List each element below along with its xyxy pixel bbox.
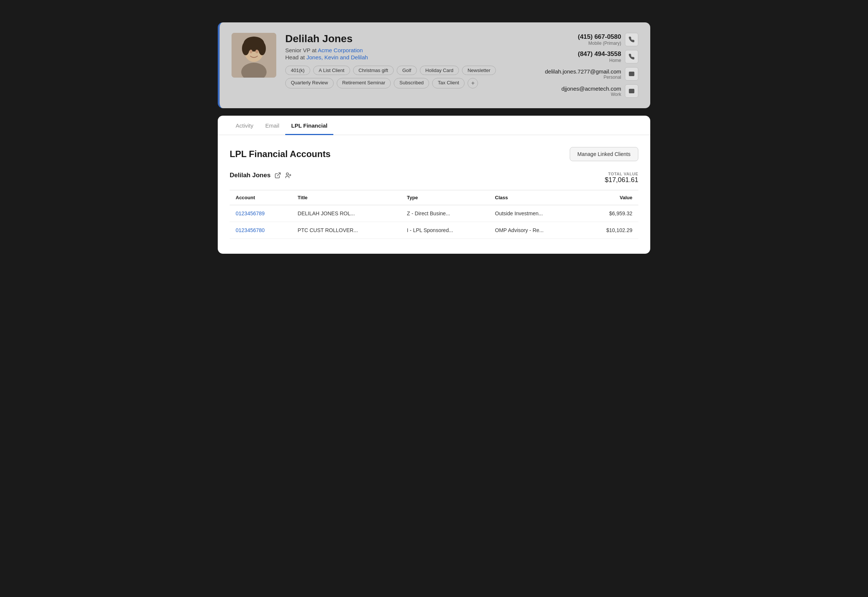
contact-label-1: Home [578,58,621,63]
company2-link[interactable]: Jones, Kevin and Delilah [307,54,368,61]
contact-email-3: djjones@acmetech.com [561,85,621,92]
col-header-account: Account [230,190,292,205]
tag-quarterly-review[interactable]: Quarterly Review [285,78,334,88]
title-cell-0: DELILAH JONES ROL... [292,205,401,222]
svg-point-5 [249,50,252,53]
email-icon-btn-3[interactable] [625,84,638,98]
client-name-row: Delilah Jones [230,172,292,179]
company1-link[interactable]: Acme Corporation [318,47,363,53]
contact-info: (415) 667-0580Mobile (Primary)(847) 494-… [534,33,638,98]
account-number-0[interactable]: 0123456789 [230,205,292,222]
table-header-row: AccountTitleTypeClassValue [230,190,638,205]
table-row: 0123456780PTC CUST ROLLOVER...I - LPL Sp… [230,222,638,239]
avatar [231,33,276,77]
table-body: 0123456789DELILAH JONES ROL...Z - Direct… [230,205,638,239]
bottom-panel: ActivityEmailLPL Financial LPL Financial… [218,116,650,254]
value-cell-0: $6,959.32 [581,205,638,222]
title-prefix-2: Head at [285,54,305,61]
client-name: Delilah Jones [230,172,271,179]
title-prefix-1: Senior VP at [285,47,317,53]
col-header-title: Title [292,190,401,205]
tag-tax-client[interactable]: Tax Client [432,78,465,88]
contact-number-1: (847) 494-3558 [578,50,621,58]
tab-email[interactable]: Email [259,116,286,135]
email-icon-btn-2[interactable] [625,67,638,80]
tag-newsletter[interactable]: Newsletter [462,66,496,75]
svg-point-6 [255,50,258,53]
class-cell-1: OMP Advisory - Re... [489,222,581,239]
tag-401(k)[interactable]: 401(k) [285,66,310,75]
profile-card: Delilah Jones Senior VP at Acme Corporat… [218,22,650,108]
svg-point-9 [286,173,288,175]
contact-text-0: (415) 667-0580Mobile (Primary) [578,33,621,46]
contact-label-0: Mobile (Primary) [578,41,621,46]
phone-icon-btn-0[interactable] [625,33,638,46]
svg-point-4 [258,42,266,55]
account-number-1[interactable]: 0123456780 [230,222,292,239]
manage-linked-clients-button[interactable]: Manage Linked Clients [570,147,638,161]
title-cell-1: PTC CUST ROLLOVER... [292,222,401,239]
total-value-block: TOTAL VALUE $17,061.61 [605,172,638,184]
tag-christmas-gift[interactable]: Christmas gift [353,66,394,75]
tab-lpl-financial[interactable]: LPL Financial [285,116,333,135]
contact-label-2: Personal [545,75,621,80]
class-cell-0: Outside Investmen... [489,205,581,222]
tag-a-list-client[interactable]: A List Client [313,66,350,75]
contact-text-1: (847) 494-3558Home [578,50,621,63]
col-header-value: Value [581,190,638,205]
contact-row-3: djjones@acmetech.comWork [561,84,638,98]
contact-label-3: Work [561,92,621,97]
client-row: Delilah Jones [230,172,638,184]
contact-text-2: delilah.jones.7277@gmail.comPersonal [545,68,621,80]
col-header-class: Class [489,190,581,205]
tag-golf[interactable]: Golf [397,66,417,75]
accounts-table: AccountTitleTypeClassValue 0123456789DEL… [230,190,638,239]
profile-name: Delilah Jones [285,33,525,45]
tags-container: 401(k)A List ClientChristmas giftGolfHol… [285,66,525,88]
manage-users-icon[interactable] [285,172,292,179]
profile-title-line1: Senior VP at Acme Corporation [285,47,525,53]
phone-icon-btn-1[interactable] [625,50,638,64]
total-label: TOTAL VALUE [605,172,638,176]
total-amount: $17,061.61 [605,176,638,184]
panel-header: LPL Financial Accounts Manage Linked Cli… [230,147,638,161]
contact-row-0: (415) 667-0580Mobile (Primary) [578,33,638,46]
contact-text-3: djjones@acmetech.comWork [561,85,621,97]
lpl-panel-body: LPL Financial Accounts Manage Linked Cli… [218,135,650,239]
add-tag-button[interactable]: + [468,78,478,88]
table-row: 0123456789DELILAH JONES ROL...Z - Direct… [230,205,638,222]
contact-email-2: delilah.jones.7277@gmail.com [545,68,621,75]
contact-row-2: delilah.jones.7277@gmail.comPersonal [545,67,638,80]
profile-title-line2: Head at Jones, Kevin and Delilah [285,54,525,61]
contact-row-1: (847) 494-3558Home [578,50,638,64]
external-link-icon[interactable] [274,172,281,179]
type-cell-1: I - LPL Sponsored... [401,222,489,239]
tag-holiday-card[interactable]: Holiday Card [420,66,459,75]
value-cell-1: $10,102.29 [581,222,638,239]
svg-line-8 [277,173,280,176]
tag-retirement-seminar[interactable]: Retirement Seminar [337,78,391,88]
tag-subscribed[interactable]: Subscribed [394,78,429,88]
table-header: AccountTitleTypeClassValue [230,190,638,205]
contact-number-0: (415) 667-0580 [578,33,621,41]
col-header-type: Type [401,190,489,205]
profile-info: Delilah Jones Senior VP at Acme Corporat… [285,33,525,88]
type-cell-0: Z - Direct Busine... [401,205,489,222]
tabs-bar: ActivityEmailLPL Financial [218,116,650,135]
panel-title: LPL Financial Accounts [230,149,331,159]
tab-activity[interactable]: Activity [230,116,259,135]
svg-point-3 [242,42,249,55]
